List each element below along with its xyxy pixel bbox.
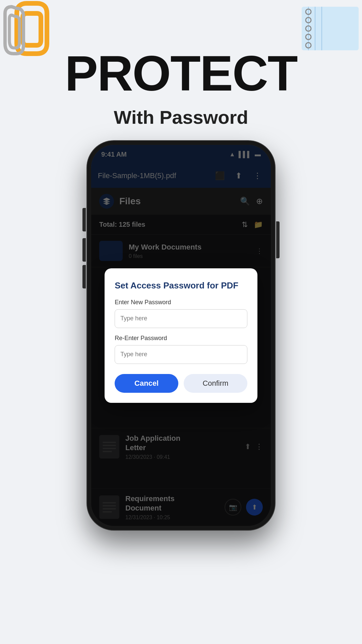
modal-overlay: Set Access Password for PDF Enter New Pa… xyxy=(91,145,271,526)
modal-title: Set Access Password for PDF xyxy=(115,280,247,291)
cancel-button[interactable]: Cancel xyxy=(115,374,178,393)
bg-paperclip-gray xyxy=(0,2,27,55)
phone-screen: 9:41 AM ▲ ▌▌▌ ▬ File-Sample-1MB(5).pdf ⬛… xyxy=(91,145,271,526)
page-subtitle: With Password xyxy=(0,106,362,128)
reenter-input[interactable] xyxy=(115,345,247,364)
password-label: Enter New Password xyxy=(115,299,247,306)
confirm-button[interactable]: Confirm xyxy=(184,374,247,393)
password-input[interactable] xyxy=(115,309,247,328)
phone-outer: 9:41 AM ▲ ▌▌▌ ▬ File-Sample-1MB(5).pdf ⬛… xyxy=(87,141,275,530)
modal-buttons: Cancel Confirm xyxy=(115,374,247,393)
reenter-label: Re-Enter Password xyxy=(115,335,247,342)
phone-mockup: 9:41 AM ▲ ▌▌▌ ▬ File-Sample-1MB(5).pdf ⬛… xyxy=(87,141,275,530)
bg-notebook xyxy=(282,0,362,54)
password-modal: Set Access Password for PDF Enter New Pa… xyxy=(105,268,257,403)
